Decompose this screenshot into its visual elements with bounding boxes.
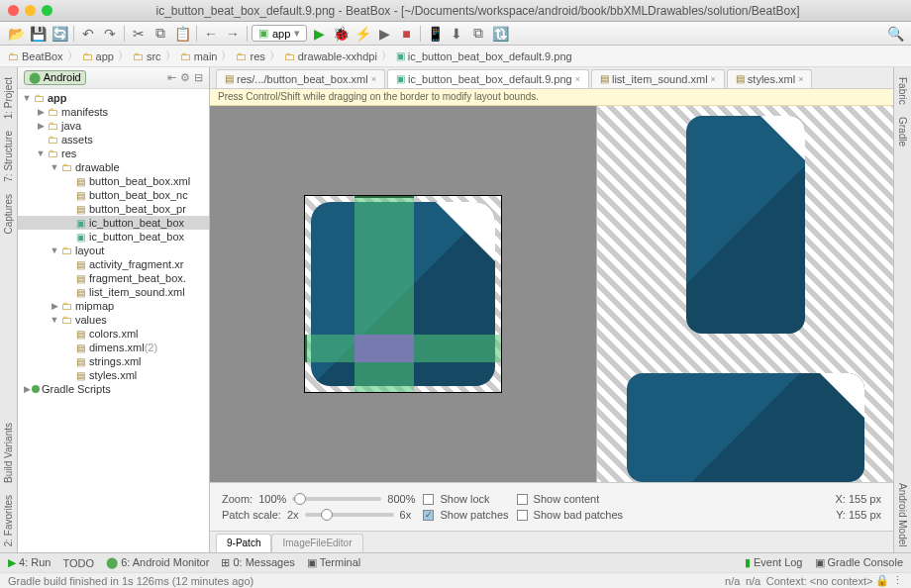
collapse-icon[interactable]: ⇤ [167,71,176,84]
stop-icon[interactable]: ■ [396,24,416,44]
tab-list-item[interactable]: ▤list_item_sound.xml× [591,69,725,88]
copy-icon[interactable]: ⧉ [151,24,170,44]
tool-todo[interactable]: TODO [62,557,94,569]
tab-ic-button[interactable]: ▣ic_button_beat_box_default.9.png× [387,69,589,88]
node-assets[interactable]: 🗀assets [18,133,209,147]
node-app[interactable]: ▼🗀app [18,91,209,105]
expand-icon[interactable]: ▼ [22,93,32,103]
avd-icon[interactable]: 📱 [425,24,445,44]
slider-knob[interactable] [321,509,333,521]
expand-icon[interactable]: ▼ [50,162,59,172]
node-l2[interactable]: ▤fragment_beat_box. [18,271,209,285]
tab-imagefileeditor[interactable]: ImageFileEditor [271,534,362,552]
tool-android-model[interactable]: Android Model [897,477,908,552]
run-icon[interactable]: ▶ [309,24,329,44]
node-values[interactable]: ▼🗀values [18,313,209,327]
bc-src[interactable]: 🗀src [133,50,161,62]
forward-icon[interactable]: → [223,24,243,44]
node-l3[interactable]: ▤list_item_sound.xml [18,285,209,299]
patch-slider[interactable] [305,513,394,517]
tab-button-beat-box[interactable]: ▤res/.../button_beat_box.xml× [216,69,385,88]
slider-knob[interactable] [294,493,306,505]
node-manifests[interactable]: ▶🗀manifests [18,105,209,119]
expand-icon[interactable]: ▶ [36,107,46,117]
tool-run[interactable]: ▶ 4: Run [8,556,51,569]
redo-icon[interactable]: ↷ [100,24,120,44]
tab-styles[interactable]: ▤styles.xml× [727,69,813,88]
tool-eventlog[interactable]: ▮ Event Log [745,556,803,569]
minimize-icon[interactable] [25,5,36,16]
tool-terminal[interactable]: ▣ Terminal [307,556,360,569]
lock-icon[interactable]: 🔒 [875,574,889,587]
tool-gradle[interactable]: Gradle [897,111,908,152]
chk-show-lock[interactable] [423,494,434,505]
bc-app[interactable]: 🗀app [82,50,114,62]
close-tab-icon[interactable]: × [798,74,803,84]
cut-icon[interactable]: ✂ [129,24,149,44]
expand-icon[interactable]: ▼ [50,245,59,255]
tool-fabric[interactable]: Fabric [897,71,908,111]
node-v4[interactable]: ▤styles.xml [18,368,209,382]
expand-icon[interactable]: ▼ [36,148,46,158]
gear-icon[interactable]: ⚙ [180,71,190,84]
save-icon[interactable]: 💾 [28,24,48,44]
sync-gradle-icon[interactable]: 🔃 [490,24,510,44]
tool-messages[interactable]: ⊞ 0: Messages [221,556,294,569]
node-gradle[interactable]: ▶Gradle Scripts [18,382,209,396]
node-d1[interactable]: ▤button_beat_box.xml [18,174,209,188]
attach-icon[interactable]: ▶ [374,24,394,44]
node-v2[interactable]: ▤dimens.xml (2) [18,341,209,354]
node-d3[interactable]: ▤button_beat_box_pr [18,202,209,216]
apply-changes-icon[interactable]: ⚡ [353,24,372,44]
open-icon[interactable]: 📂 [6,24,26,44]
tool-monitor[interactable]: ⬤ 6: Android Monitor [106,556,209,569]
sync-icon[interactable]: 🔄 [50,24,69,44]
back-icon[interactable]: ← [201,24,221,44]
hide-icon[interactable]: ⊟ [194,71,203,84]
sdk-icon[interactable]: ⬇ [447,24,466,44]
node-d2[interactable]: ▤button_beat_box_nc [18,188,209,202]
ninepatch-editor[interactable] [210,106,596,482]
chk-show-patches[interactable]: ✓ [423,510,434,521]
run-config-select[interactable]: ▣app▾ [252,25,307,42]
status-context[interactable]: Context: <no context> [766,575,873,587]
expand-icon[interactable]: ▶ [22,384,32,394]
bc-beatbox[interactable]: 🗀BeatBox [8,50,63,62]
expand-icon[interactable]: ▶ [50,301,59,311]
node-d5[interactable]: ▣ic_button_beat_box [18,230,209,244]
expand-icon[interactable]: ▶ [36,121,46,131]
tool-variants[interactable]: Build Variants [3,417,14,489]
tool-gradleconsole[interactable]: ▣ Gradle Console [815,556,904,569]
node-v1[interactable]: ▤colors.xml [18,327,209,341]
search-icon[interactable]: 🔍 [885,24,905,44]
tool-favorites[interactable]: 2: Favorites [3,489,14,552]
bc-file[interactable]: ▣ic_button_beat_box_default.9.png [396,50,572,62]
tool-captures[interactable]: Captures [3,188,14,241]
project-view-select[interactable]: ⬤ Android [24,70,86,85]
chk-show-content[interactable] [517,494,528,505]
node-l1[interactable]: ▤activity_fragment.xr [18,257,209,271]
close-tab-icon[interactable]: × [575,74,580,84]
node-v3[interactable]: ▤strings.xml [18,354,209,368]
node-drawable[interactable]: ▼🗀drawable [18,160,209,174]
node-layout[interactable]: ▼🗀layout [18,244,209,257]
node-d4[interactable]: ▣ic_button_beat_box [18,216,209,230]
debug-icon[interactable]: 🐞 [331,24,351,44]
close-tab-icon[interactable]: × [711,74,716,84]
zoom-slider[interactable] [292,497,381,501]
close-tab-icon[interactable]: × [371,74,376,84]
project-structure-icon[interactable]: ⧉ [468,24,488,44]
bc-main[interactable]: 🗀main [180,50,218,62]
undo-icon[interactable]: ↶ [78,24,98,44]
bc-res[interactable]: 🗀res [236,50,264,62]
chk-show-bad[interactable] [517,510,528,521]
tab-9patch[interactable]: 9-Patch [216,534,271,552]
maximize-icon[interactable] [42,5,52,16]
node-java[interactable]: ▶🗀java [18,119,209,133]
tool-project[interactable]: 1: Project [3,71,14,125]
expand-icon[interactable]: ▼ [50,315,59,325]
bc-drawable[interactable]: 🗀drawable-xxhdpi [284,50,377,62]
tool-structure[interactable]: 7: Structure [3,125,14,188]
node-res[interactable]: ▼🗀res [18,147,209,160]
paste-icon[interactable]: 📋 [172,24,192,44]
